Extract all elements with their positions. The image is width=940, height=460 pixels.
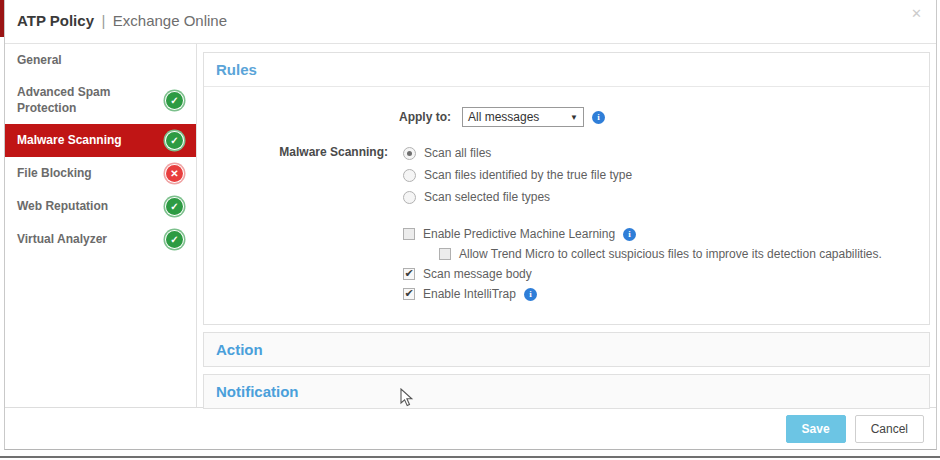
radio-button-icon[interactable] [403, 169, 416, 182]
apply-to-selected-value: All messages [468, 110, 539, 124]
close-icon[interactable]: ✕ [911, 6, 922, 21]
content-area: Rules Apply to: All messages ▼ i Malware… [197, 44, 936, 407]
radio-button-icon[interactable] [403, 191, 416, 204]
radio-scan-true-file-type[interactable]: Scan files identified by the true file t… [403, 164, 882, 186]
checkbox-icon[interactable] [403, 288, 415, 300]
sidebar-item-label: Malware Scanning [17, 133, 122, 149]
sidebar-item-label: General [17, 53, 62, 69]
sidebar: General Advanced Spam Protection ✓ Malwa… [5, 44, 197, 407]
dialog-header: ATP Policy | Exchange Online ✕ [5, 0, 936, 44]
sidebar-item-label: Web Reputation [17, 199, 108, 215]
radio-label: Scan files identified by the true file t… [424, 168, 632, 182]
screen: ATP Policy | Exchange Online ✕ General A… [0, 0, 940, 460]
checkbox-label: Enable IntelliTrap [423, 287, 516, 301]
checkbox-label: Enable Predictive Machine Learning [423, 227, 615, 241]
sidebar-item-virtual-analyzer[interactable]: Virtual Analyzer ✓ [5, 223, 196, 256]
apply-to-info-icon[interactable]: i [592, 111, 605, 124]
radio-scan-all-files[interactable]: Scan all files [403, 142, 882, 164]
atp-policy-dialog: ATP Policy | Exchange Online ✕ General A… [4, 0, 937, 450]
dialog-footer: Save Cancel [5, 407, 936, 449]
sidebar-item-label: Virtual Analyzer [17, 232, 107, 248]
malware-scanning-controls: Scan all files Scan files identified by … [403, 142, 882, 304]
checkbox-group: Enable Predictive Machine Learning i All… [403, 224, 882, 304]
intellitrap-info-icon[interactable]: i [524, 288, 537, 301]
sidebar-item-malware-scanning[interactable]: Malware Scanning ✓ [5, 124, 196, 157]
checkbox-icon[interactable] [403, 228, 415, 240]
checkbox-label: Allow Trend Micro to collect suspicious … [459, 247, 882, 261]
title-separator: | [98, 12, 108, 29]
checkbox-label: Scan message body [423, 267, 532, 281]
action-panel: Action [203, 332, 930, 367]
radio-label: Scan selected file types [424, 190, 550, 204]
sidebar-item-general[interactable]: General [5, 44, 196, 77]
sidebar-item-label: Advanced Spam Protection [17, 85, 147, 116]
malware-scanning-label: Malware Scanning: [204, 142, 388, 304]
radio-scan-selected-file-types[interactable]: Scan selected file types [403, 186, 882, 208]
sidebar-item-label: File Blocking [17, 166, 92, 182]
radio-button-icon[interactable] [403, 147, 416, 160]
notification-section-header[interactable]: Notification [204, 375, 929, 408]
apply-to-select[interactable]: All messages ▼ [462, 107, 584, 127]
action-section-header[interactable]: Action [204, 333, 929, 366]
malware-scanning-row: Malware Scanning: Scan all files Scan fi… [204, 142, 929, 304]
status-ok-icon: ✓ [166, 231, 183, 248]
dialog-subtitle: Exchange Online [113, 12, 227, 29]
cancel-button[interactable]: Cancel [855, 415, 924, 443]
rules-section-body: Apply to: All messages ▼ i Malware Scann… [204, 107, 929, 324]
status-ok-icon: ✓ [166, 198, 183, 215]
checkbox-icon[interactable] [403, 268, 415, 280]
predictive-ml-info-icon[interactable]: i [623, 228, 636, 241]
sidebar-item-advanced-spam-protection[interactable]: Advanced Spam Protection ✓ [5, 77, 196, 124]
checkbox-enable-predictive-machine-learning[interactable]: Enable Predictive Machine Learning i [403, 224, 882, 244]
radio-label: Scan all files [424, 146, 491, 160]
rules-panel: Rules Apply to: All messages ▼ i Malware… [203, 52, 930, 325]
dialog-title: ATP Policy [17, 12, 94, 29]
status-ok-icon: ✓ [166, 132, 183, 149]
rules-section-header[interactable]: Rules [204, 53, 929, 87]
status-error-icon: ✕ [166, 165, 183, 182]
apply-to-label: Apply to: [204, 110, 451, 124]
sidebar-item-web-reputation[interactable]: Web Reputation ✓ [5, 190, 196, 223]
checkbox-allow-trend-micro-collect[interactable]: Allow Trend Micro to collect suspicious … [439, 244, 882, 264]
checkbox-scan-message-body[interactable]: Scan message body [403, 264, 882, 284]
checkbox-enable-intellitrap[interactable]: Enable IntelliTrap i [403, 284, 882, 304]
status-ok-icon: ✓ [166, 92, 183, 109]
sidebar-item-file-blocking[interactable]: File Blocking ✕ [5, 157, 196, 190]
apply-to-row: Apply to: All messages ▼ i [204, 107, 929, 127]
background-bottom-line [0, 456, 940, 458]
select-dropdown-arrow-icon: ▼ [570, 113, 578, 122]
checkbox-icon[interactable] [439, 248, 451, 260]
save-button[interactable]: Save [786, 415, 846, 443]
dialog-body: General Advanced Spam Protection ✓ Malwa… [5, 44, 936, 407]
notification-panel: Notification [203, 374, 930, 409]
